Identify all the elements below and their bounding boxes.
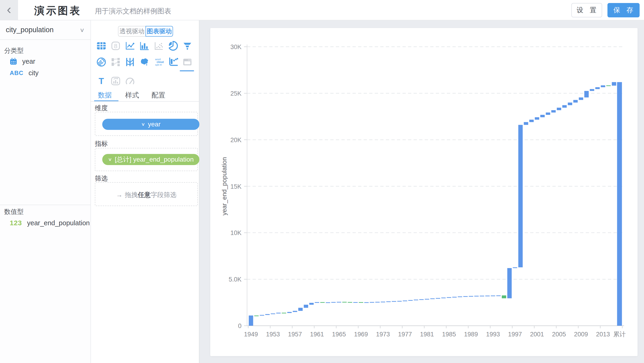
dataset-sidebar: city_population ∨ 分类型 year ABC city 数值型 [0, 20, 91, 363]
chart-type-treemap-icon[interactable] [109, 75, 122, 88]
svg-text:20K: 20K [230, 137, 242, 144]
tab-config[interactable]: 配置 [152, 90, 166, 101]
section-title-dimensions: 分类型 [4, 46, 24, 55]
svg-text:5.0K: 5.0K [228, 276, 242, 283]
metric-label: 指标 [95, 139, 108, 148]
svg-text:1957: 1957 [288, 331, 302, 338]
chart-type-waterfall-icon[interactable] [166, 56, 180, 69]
chart-config-panel: 透视驱动 图表驱动 8 [91, 20, 200, 363]
chart-type-pie-icon[interactable] [166, 39, 180, 52]
page-title: 演示图表 [34, 3, 82, 18]
field-year[interactable]: year [0, 56, 90, 67]
svg-text:T: T [99, 76, 104, 86]
chart-canvas-area: 05.0K10K15K20K25K30K19491953195719611965… [200, 20, 644, 363]
svg-text:1981: 1981 [420, 331, 434, 338]
filter-hint: →拖拽任意字段筛选 [95, 191, 197, 199]
chart-type-digit-icon[interactable]: 8 [109, 39, 122, 52]
settings-button[interactable]: 设 置 [571, 3, 602, 17]
svg-text:1977: 1977 [398, 331, 412, 338]
svg-text:0: 0 [238, 322, 242, 329]
svg-text:1969: 1969 [354, 331, 368, 338]
chart-type-china-map-icon[interactable] [138, 56, 151, 69]
dimension-dropzone[interactable]: ∨ year [95, 112, 198, 136]
dimension-pill-year[interactable]: ∨ year [102, 119, 200, 130]
tabs-divider [91, 101, 199, 102]
chart-type-radar-icon[interactable] [95, 56, 108, 69]
dimension-pill-label: year [148, 121, 160, 128]
dataset-name: city_population [6, 26, 80, 34]
chart-card: 05.0K10K15K20K25K30K19491953195719611965… [210, 28, 638, 356]
svg-text:2013: 2013 [596, 331, 610, 338]
chart-type-sankey-icon[interactable] [109, 56, 122, 69]
metric-dropzone[interactable]: ∨ [总计] year_end_population [95, 148, 198, 171]
save-button[interactable]: 保 存 [608, 3, 640, 17]
back-icon: ‹ [7, 3, 11, 16]
mode-chart-button[interactable]: 图表驱动 [146, 26, 173, 37]
svg-text:15K: 15K [230, 183, 242, 190]
waterfall-chart[interactable]: 05.0K10K15K20K25K30K19491953195719611965… [210, 28, 638, 356]
tab-data[interactable]: 数据 [98, 90, 112, 101]
svg-text:10K: 10K [230, 229, 242, 236]
chart-type-scatter-icon[interactable] [152, 39, 165, 52]
svg-text:2005: 2005 [552, 331, 566, 338]
svg-text:2001: 2001 [530, 331, 544, 338]
svg-text:year_end_population: year_end_population [221, 157, 228, 215]
chart-type-line-icon[interactable] [124, 39, 136, 52]
svg-text:累计: 累计 [613, 331, 626, 338]
field-label: city [28, 69, 39, 77]
chevron-down-icon: ∨ [108, 157, 112, 162]
chart-type-bar-icon[interactable] [138, 39, 151, 52]
svg-text:1965: 1965 [332, 331, 346, 338]
chart-type-text-icon[interactable]: T [95, 75, 108, 88]
dataset-selector[interactable]: city_population ∨ [0, 20, 90, 40]
metric-pill-label: [总计] year_end_population [115, 155, 194, 164]
svg-text:1997: 1997 [508, 331, 522, 338]
chart-type-parallel-icon[interactable] [124, 56, 136, 69]
field-city[interactable]: ABC city [0, 67, 90, 79]
field-year-end-population[interactable]: 123 year_end_population [0, 217, 90, 229]
filter-hint-suffix: 字段筛选 [151, 191, 177, 198]
title-wrap: 演示图表 用于演示文档的样例图表 [34, 0, 171, 20]
chart-type-iframe-icon[interactable] [181, 56, 194, 69]
dimension-label: 维度 [95, 104, 108, 113]
svg-text:cloud: cloud [156, 61, 164, 64]
svg-text:1993: 1993 [486, 331, 500, 338]
svg-text:25K: 25K [230, 90, 242, 97]
svg-text:30K: 30K [230, 44, 242, 51]
svg-text:1989: 1989 [464, 331, 478, 338]
sidebar-divider [0, 205, 90, 205]
svg-text:1961: 1961 [310, 331, 324, 338]
filter-dropzone[interactable]: →拖拽任意字段筛选 [95, 182, 198, 206]
back-button[interactable]: ‹ [0, 0, 18, 20]
chart-type-gauge-icon[interactable] [124, 75, 136, 88]
app-root: ‹ 演示图表 用于演示文档的样例图表 设 置 保 存 city_populati… [0, 0, 644, 363]
svg-text:1949: 1949 [244, 331, 258, 338]
svg-text:1973: 1973 [376, 331, 390, 338]
chevron-down-icon: ∨ [141, 122, 145, 127]
arrow-right-icon: → [116, 191, 122, 198]
selected-chart-type-underline [180, 70, 194, 71]
header-bar: ‹ 演示图表 用于演示文档的样例图表 设 置 保 存 [0, 0, 644, 20]
field-label: year_end_population [27, 219, 90, 227]
chevron-down-icon: ∨ [80, 27, 85, 33]
page-subtitle: 用于演示文档的样例图表 [95, 4, 171, 16]
metric-pill-year-end-population[interactable]: ∨ [总计] year_end_population [102, 154, 200, 165]
svg-text:1953: 1953 [266, 331, 280, 338]
config-tabs: 数据 样式 配置 [91, 90, 199, 101]
tab-style[interactable]: 样式 [125, 90, 139, 101]
filter-hint-bold: 任意 [138, 191, 151, 198]
chart-type-word-cloud-icon[interactable]: wordcloudagile BI [152, 56, 165, 69]
filter-hint-prefix: 拖拽 [125, 191, 138, 198]
svg-text:1985: 1985 [442, 331, 456, 338]
number-field-icon: 123 [10, 219, 22, 227]
mode-pivot-button[interactable]: 透视驱动 [118, 26, 146, 37]
field-label: year [22, 58, 35, 65]
svg-text:agile BI: agile BI [155, 64, 162, 66]
section-title-measures: 数值型 [4, 207, 24, 216]
mode-toggle: 透视驱动 图表驱动 [118, 26, 173, 37]
text-field-icon: ABC [10, 70, 23, 77]
calendar-icon [10, 58, 17, 65]
svg-text:8: 8 [114, 43, 118, 50]
chart-type-table-icon[interactable] [95, 39, 108, 52]
chart-type-funnel-icon[interactable] [181, 39, 194, 52]
